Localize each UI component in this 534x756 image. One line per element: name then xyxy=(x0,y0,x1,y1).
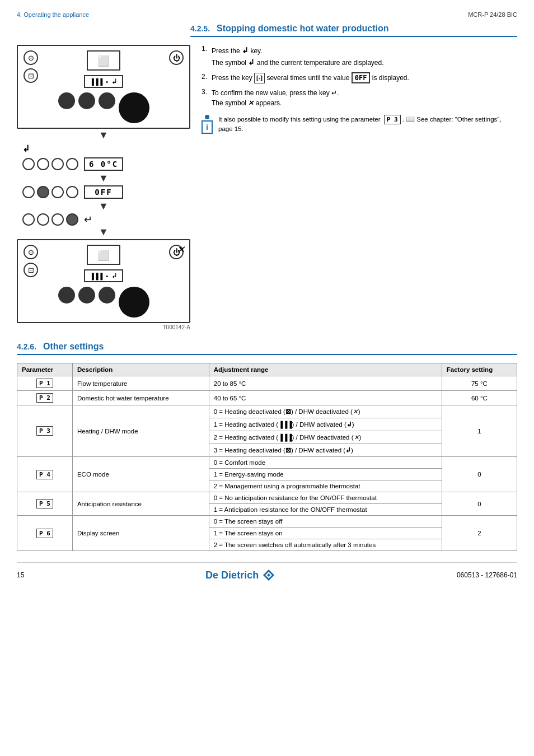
book-icon: 📖 xyxy=(406,115,415,123)
circle-11 xyxy=(51,213,64,226)
circle-12 xyxy=(66,213,78,226)
info-box: i It also possible to modify this settin… xyxy=(202,114,517,134)
brand-name: De Dietrich xyxy=(205,570,259,581)
desc-p3: Heating / DHW mode xyxy=(72,405,209,457)
device-side-icons-left: ⊙ ⊡ xyxy=(24,50,38,83)
device-center: ⬜ ▐▐▐ • ↲ xyxy=(38,50,169,88)
table-row-p6-1: P 6 Display screen 0 = The screen stays … xyxy=(17,516,517,528)
device-center-2: ⬜ ▐▐▐ • ↲ xyxy=(38,245,169,282)
eco-icon: ⊡ xyxy=(24,68,38,83)
thermometer-icon-2: ⊙ xyxy=(24,245,38,259)
param-p2-box: P 2 xyxy=(36,393,53,403)
btn-large xyxy=(119,92,149,123)
param-p6: P 6 xyxy=(17,516,73,551)
figure-caption: T000142-A xyxy=(17,324,190,330)
factory-p5: 0 xyxy=(442,492,517,516)
table-row-p5-1: P 5 Anticipation resistance 0 = No antic… xyxy=(17,492,517,504)
section-425-title: Stopping domestic hot water production xyxy=(217,24,389,34)
param-p5: P 5 xyxy=(17,492,73,516)
device-bar-display-2: ▐▐▐ • ↲ xyxy=(84,269,123,282)
circle-buttons-row-2 xyxy=(22,158,78,170)
off-lcd: 0FF xyxy=(84,185,123,199)
table-row-p3-1: P 3 Heating / DHW mode 0 = Heating deact… xyxy=(17,405,517,418)
btn-3 xyxy=(99,92,115,109)
device-side-icons-right: ⏻ xyxy=(169,50,184,65)
col-header-range: Adjustment range xyxy=(209,363,442,376)
page-footer: 15 De Dietrich 060513 - 127686-01 xyxy=(17,562,517,582)
step-3-num: 3. xyxy=(202,88,207,96)
table-row-p1: P 1 Flow temperature 20 to 85 °C 75 °C xyxy=(17,376,517,391)
device-buttons-row-1 xyxy=(24,92,184,123)
factory-p1: 75 °C xyxy=(442,376,517,391)
section-426-number: 4.2.6. xyxy=(17,342,36,351)
circle-4 xyxy=(66,158,78,170)
circle-5 xyxy=(22,186,35,198)
device-screen: ⬜ xyxy=(87,50,120,71)
btn-2 xyxy=(78,92,95,109)
circle-7 xyxy=(51,186,64,198)
step-1: 1. Press the ↲ key. The symbol ↲ and the… xyxy=(202,45,517,68)
section-425-heading: 4.2.5. Stopping domestic hot water produ… xyxy=(190,24,517,37)
bar-icon: ▐▐▐ xyxy=(90,78,102,85)
x-appear-symbol: ✕ xyxy=(248,99,254,107)
factory-p3: 1 xyxy=(442,405,517,457)
range-p5-2: 1 = Anticipation resistance for the ON/O… xyxy=(209,504,442,516)
param-p2: P 2 xyxy=(17,391,73,405)
step-3-text: To confirm the new value, press the key … xyxy=(212,88,339,108)
device-side-icons-left-2: ⊙ ⊡ xyxy=(24,245,38,277)
info-icon-container: i xyxy=(202,115,213,134)
range-p5-1: 0 = No anticipation resistance for the O… xyxy=(209,492,442,504)
circle-3 xyxy=(51,158,64,170)
bar-dhw: ↲ xyxy=(111,77,118,86)
arrow-4: ▼ xyxy=(17,227,190,237)
param-p1-box: P 1 xyxy=(36,379,53,388)
bar-icon-2: ▐▐▐ xyxy=(90,273,102,279)
circle-buttons-row-4 xyxy=(22,213,78,226)
step-3: 3. To confirm the new value, press the k… xyxy=(202,88,517,108)
range-p4-3: 2 = Management using a programmable ther… xyxy=(209,480,442,492)
dhw-key-symbol: ↲ xyxy=(22,143,30,154)
confirm-row: ↵ xyxy=(22,213,185,226)
section-425-number: 4.2.5. xyxy=(190,24,210,33)
table-row-p2: P 2 Domestic hot water temperature 40 to… xyxy=(17,391,517,405)
circle-2 xyxy=(37,158,49,170)
col-header-factory: Factory setting xyxy=(442,363,517,376)
range-p1: 20 to 85 °C xyxy=(209,376,442,391)
info-text-main: It also possible to modify this setting … xyxy=(218,116,381,123)
range-p2: 40 to 65 °C xyxy=(209,391,442,405)
btn-1 xyxy=(58,92,75,109)
device-bar-display: ▐▐▐ • ↲ xyxy=(84,75,123,88)
range-p4-1: 0 = Comfort mode xyxy=(209,457,442,469)
brand-diamond-icon xyxy=(262,568,275,582)
circle-6 xyxy=(37,186,49,198)
desc-p5: Anticipation resistance xyxy=(72,492,209,516)
step-1-num: 1. xyxy=(202,45,207,53)
desc-p4: ECO mode xyxy=(72,457,209,492)
doc-number: 060513 - 127686-01 xyxy=(457,571,517,579)
param-p5-box: P 5 xyxy=(36,499,53,508)
param-p4: P 4 xyxy=(17,457,73,492)
btn-5 xyxy=(78,287,95,304)
circle-9 xyxy=(22,213,35,226)
range-p6-3: 2 = The screen switches off automaticall… xyxy=(209,539,442,551)
minus-key: [-] xyxy=(254,73,265,83)
desc-p1: Flow temperature xyxy=(72,376,209,391)
step1-indicator: ↲ xyxy=(22,143,185,154)
device-diagram-1: ⊙ ⊡ ⬜ ▐▐▐ • ↲ xyxy=(17,45,190,129)
bar-dhw-2: ↲ xyxy=(111,272,118,280)
header-model: MCR-P 24/28 BIC xyxy=(468,11,517,18)
table-row-p4-1: P 4 ECO mode 0 = Comfort mode 0 xyxy=(17,457,517,469)
bar-dot: • xyxy=(106,78,108,85)
btn-large-2 xyxy=(119,287,149,318)
range-p6-2: 1 = The screen stays on xyxy=(209,528,442,539)
step-2: 2. Press the key [-] several times until… xyxy=(202,73,517,83)
left-panel: ⊙ ⊡ ⬜ ▐▐▐ • ↲ xyxy=(17,45,190,330)
dhw-sym-icon: ↲ xyxy=(248,58,255,67)
page-number: 15 xyxy=(17,571,24,579)
col-header-parameter: Parameter xyxy=(17,363,73,376)
dhw-key-icon: ↲ xyxy=(242,46,249,55)
circle-10 xyxy=(37,213,49,226)
section-426-heading: 4.2.6. Other settings xyxy=(17,342,517,355)
desc-p2: Domestic hot water temperature xyxy=(72,391,209,405)
enter-symbol: ↵ xyxy=(84,213,92,226)
